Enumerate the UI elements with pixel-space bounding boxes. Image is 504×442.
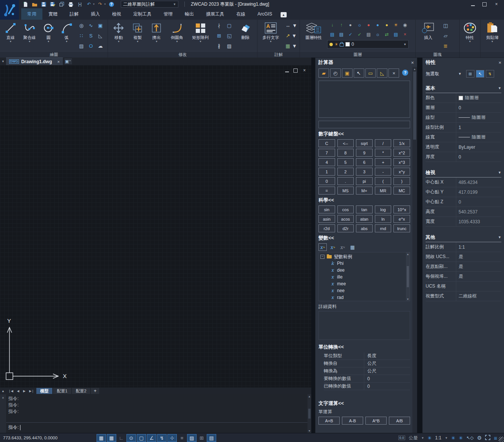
first-layout-icon[interactable]: ❘◀: [7, 389, 15, 393]
ellipse-icon[interactable]: O: [87, 41, 95, 50]
close-tab-icon[interactable]: ×: [57, 59, 59, 64]
snap-toggle[interactable]: ▦: [107, 434, 116, 442]
ribbon-tab[interactable]: 實體: [42, 8, 64, 20]
layer-states-icon[interactable]: ✓: [355, 30, 364, 39]
layer-lock-icon[interactable]: ●: [364, 21, 373, 29]
doc-tab-overflow-icon[interactable]: ▼: [2, 60, 5, 63]
otrack-toggle[interactable]: ↯: [157, 434, 167, 442]
calc-key[interactable]: /: [375, 139, 392, 147]
hatch-icon[interactable]: ▨: [77, 41, 86, 50]
calc-key[interactable]: (: [375, 177, 392, 185]
calc-sci-key[interactable]: rnd: [375, 224, 392, 232]
close-properties-icon[interactable]: ×: [498, 60, 501, 65]
calc-sci-key[interactable]: r2d: [318, 224, 335, 232]
calculator-icon[interactable]: ▦: [349, 244, 356, 251]
variables-section-title[interactable]: 變數<<: [318, 235, 410, 241]
calc-key[interactable]: +: [375, 158, 392, 166]
prop-row-color[interactable]: 顏色 隨圖層: [426, 93, 501, 103]
scrollbar-thumb[interactable]: [413, 72, 416, 140]
prop-row-center-x[interactable]: 中心點 X 485.4234: [426, 177, 501, 187]
calc-key[interactable]: *: [375, 149, 392, 157]
layer-merge-icon[interactable]: ⇄: [382, 30, 391, 39]
numpad-section-title[interactable]: 數字鍵盤<<: [318, 131, 410, 137]
prop-row-ucs-at-origin[interactable]: 在原點顯... 是: [426, 262, 501, 272]
transparency-toggle[interactable]: ▨: [187, 434, 197, 442]
insert-button[interactable]: 插入: [417, 21, 439, 51]
copy-blocks-icon[interactable]: [58, 1, 65, 7]
grid-toggle[interactable]: ▦: [97, 434, 106, 442]
ribbon-tab[interactable]: 註解: [64, 8, 85, 20]
prop-row-visual-style[interactable]: 視覺型式 二維線框: [426, 291, 501, 301]
scrollbar-thumb[interactable]: [407, 266, 409, 287]
calc-sci-key[interactable]: ln: [375, 215, 392, 223]
ribbon-tab[interactable]: 輸出: [179, 8, 200, 20]
calc-key[interactable]: 5: [337, 158, 354, 166]
document-tab[interactable]: DWG Drawing1.dwg ×: [6, 58, 63, 65]
selection-cycling-toggle[interactable]: ⊞: [197, 434, 206, 442]
close-calculator-icon[interactable]: ×: [411, 60, 414, 65]
calc-key[interactable]: MR: [375, 187, 392, 195]
settings-gear-icon[interactable]: ⚙: [477, 435, 482, 441]
workspace-select[interactable]: 二維草圖與註解 ▼: [121, 1, 178, 8]
zwcad-logo[interactable]: [0, 0, 19, 20]
calc-sci-key[interactable]: e^x: [393, 215, 410, 223]
paste-to-commandline-icon[interactable]: ▣: [342, 68, 353, 78]
calc-key[interactable]: 8: [337, 149, 354, 157]
new-document-button[interactable]: ▣⁺: [64, 58, 72, 64]
units-row[interactable]: 單位類型 長度: [324, 352, 410, 360]
textop-key[interactable]: A-B: [342, 417, 363, 425]
calc-sci-key[interactable]: 10^x: [393, 205, 410, 213]
lineweight-toggle[interactable]: ≡: [178, 434, 186, 442]
layer-properties-button[interactable]: 圖層特性: [301, 21, 326, 51]
layout-tab[interactable]: 模型: [36, 388, 52, 394]
layer-unlock-icon[interactable]: ●: [373, 21, 382, 29]
print-icon[interactable]: [67, 1, 74, 7]
layer-thaw-icon[interactable]: ☀: [392, 21, 400, 29]
selection-preview-icon[interactable]: ↖◇: [466, 435, 473, 440]
scroll-up-icon[interactable]: ▲: [308, 395, 311, 398]
calc-key[interactable]: <--: [337, 139, 354, 147]
calc-key[interactable]: x^y: [393, 168, 410, 176]
scroll-down-icon[interactable]: ▼: [308, 430, 311, 432]
annotation-scale-value[interactable]: 1:1: [435, 435, 442, 440]
rect-array-button[interactable]: 矩形陣列▼: [188, 21, 212, 51]
ribbon-tab[interactable]: 定制工具: [127, 8, 158, 20]
save-as-icon[interactable]: [49, 1, 56, 7]
create-block-icon[interactable]: ◫: [442, 21, 450, 30]
variable-row[interactable]: x nee: [330, 287, 406, 294]
chevron-down-icon[interactable]: ▼: [458, 72, 462, 76]
section-view[interactable]: 檢視▼: [426, 168, 501, 177]
calc-key[interactable]: MS: [337, 187, 354, 195]
prop-row-linetype[interactable]: 線型 隨圖層: [426, 113, 501, 123]
canvas-minimize-button[interactable]: [285, 68, 289, 72]
save-icon[interactable]: [40, 1, 47, 7]
selection-dropdown[interactable]: 無選取: [426, 71, 439, 77]
variable-row[interactable]: k Phi: [330, 260, 406, 267]
line-button[interactable]: 直線▼: [2, 21, 20, 51]
ribbon-tab[interactable]: 檢視: [106, 8, 127, 20]
prop-row-center-y[interactable]: 中心點 Y 417.0199: [426, 187, 501, 197]
prop-row-lineweight[interactable]: 線寬 隨圖層: [426, 132, 501, 142]
calc-key[interactable]: M+: [356, 187, 373, 195]
drawing-canvas[interactable]: × Y X: [0, 65, 311, 388]
polyline-button[interactable]: 聚合線▼: [20, 21, 39, 51]
calc-sci-key[interactable]: acos: [337, 215, 354, 223]
dynamic-input-toggle[interactable]: ⊹: [167, 434, 177, 442]
edit-variable-icon[interactable]: x+: [329, 244, 337, 251]
minimize-button[interactable]: [471, 2, 475, 6]
units-row[interactable]: 已轉換的數值 0: [324, 383, 410, 390]
calc-key[interactable]: pi: [356, 177, 373, 185]
annotation-visibility-icon[interactable]: ✳: [451, 435, 456, 441]
calc-key[interactable]: C: [318, 139, 335, 147]
explode-icon[interactable]: ⊞: [215, 31, 223, 40]
ribbon-tab[interactable]: 擴展工具: [200, 8, 230, 20]
calculator-input[interactable]: [318, 121, 410, 128]
calc-key[interactable]: =: [318, 187, 335, 195]
viewport-icon[interactable]: [▪]: [76, 1, 83, 7]
undo-icon[interactable]: ↶: [86, 1, 92, 7]
calc-sci-key[interactable]: abs: [356, 224, 373, 232]
layer-vp-freeze-icon[interactable]: ☼: [373, 30, 382, 39]
layer-on-icon[interactable]: ↑: [337, 21, 345, 29]
clear-icon[interactable]: ▰: [318, 68, 329, 78]
dimension-icon[interactable]: ↔▼: [285, 21, 298, 30]
